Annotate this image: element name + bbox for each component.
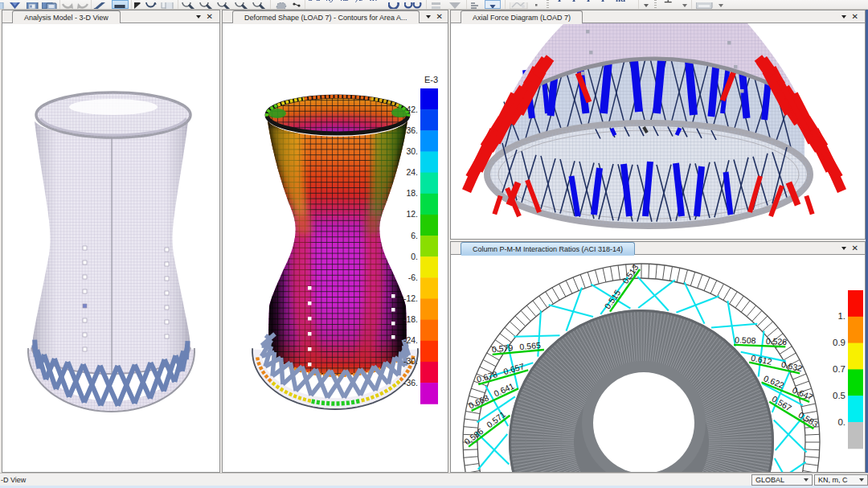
support-label: ⊥ [664,0,672,6]
legend-tick-label: -24. [403,335,418,345]
legend-tick-label: 0. [411,252,418,261]
legend-tick-label: -12. [403,293,418,303]
tab-analysis-model[interactable]: Analysis Model - 3-D View [12,10,121,23]
disabled-plot-icon[interactable] [510,0,529,9]
chevron-down-icon[interactable] [841,247,846,250]
set-display-options-icon[interactable] [447,0,463,9]
legend-color-swatch [420,341,438,363]
legend-tick-label: -36. [403,378,418,388]
small-chevron-icon[interactable] [718,0,724,9]
tab-pmm-ratios[interactable]: Column P-M-M Interaction Ratios (ACI 318… [461,242,635,255]
rotate-3d-icon[interactable] [292,0,301,9]
frame-section-label: I [558,0,562,5]
show-deformed-icon[interactable] [485,0,501,9]
undo-icon[interactable] [62,0,74,9]
close-icon[interactable]: ✕ [207,13,213,21]
model-tower-drawing [28,92,194,412]
analysis-model-viewport[interactable] [2,23,219,472]
frame-section-i3-icon[interactable]: I [587,0,597,9]
coordinate-system-select[interactable]: GLOBAL [751,474,813,486]
deformed-shape-canvas: E-342.36.30.24.18.12.6.0.-6.-12.-18.-24.… [223,23,448,472]
units-value: KN, m, C [818,476,855,484]
assign-icon[interactable] [470,0,481,9]
ratio-label-inner: 0.579 [491,342,513,354]
redo-icon[interactable] [76,0,89,9]
deformed-shape-viewport[interactable]: E-342.36.30.24.18.12.6.0.-6.-12.-18.-24.… [223,23,448,472]
legend-tick-label: 36. [406,125,418,135]
legend-color-swatch [420,383,438,404]
lock-model-button[interactable] [112,0,129,9]
ratio-label-inner: 0.508 [735,334,756,345]
nd-icon[interactable]: nd [616,0,633,9]
legend-tick-label: 24. [406,167,418,177]
support-icon[interactable]: ⊥ [664,0,677,9]
view-xy-button[interactable]: xy [326,0,339,9]
analysis-model-tabbar: Analysis Model - 3-D View ✕ [2,10,219,23]
refresh-window-icon[interactable] [145,0,157,9]
pan-icon[interactable] [274,0,289,9]
deformed-rim [267,96,409,133]
legend-tick-label: 30. [406,146,418,156]
legend-color-swatch [420,256,438,278]
small-chevron-icon[interactable] [643,0,649,9]
pmm-legend-swatch [848,343,863,370]
frame-section-label: I [587,0,591,5]
zoom-previous-icon[interactable] [217,0,231,9]
zoom-full-icon[interactable] [199,0,214,9]
view-nv-button[interactable]: nv [370,0,383,9]
pmm-viewport[interactable]: 0.5150.5130.5080.5260.6120.6320.6220.647… [451,255,865,472]
axial-force-viewport[interactable] [451,23,865,239]
pmm-tabbar: Column P-M-M Interaction Ratios (ACI 318… [451,242,865,255]
run-analysis-icon[interactable] [133,0,141,9]
zoom-in-icon[interactable] [235,0,249,9]
frame-section-i-icon[interactable]: I [558,0,568,9]
close-icon[interactable]: ✕ [852,244,858,252]
pmm-controls: ✕ [841,242,858,255]
close-icon[interactable]: ✕ [436,13,443,21]
legend-color-swatch [420,194,438,215]
chevron-down-icon[interactable] [426,15,431,18]
tower-rim [36,92,190,137]
pen-icon[interactable] [93,0,107,9]
ratio-label-outer: 0.526 [766,336,788,347]
copy-window-icon[interactable] [161,0,174,9]
chevron-down-icon[interactable] [196,15,201,18]
named-display-icon[interactable] [696,0,714,9]
toolbar-separator [59,0,60,9]
close-icon[interactable]: ✕ [852,13,858,21]
perspective-icon[interactable] [404,0,422,9]
rotate-view-icon[interactable] [388,0,401,9]
chevron-down-icon[interactable] [841,15,846,18]
legend-color-swatch [420,173,438,195]
chevron-down-icon [804,478,809,482]
pmm-drawing: 0.5150.5130.5080.5260.6120.6320.6220.647… [462,262,820,472]
main-toolbar: 3-d xy xz yz nv I I I I nd ⊥ [0,0,868,10]
tab-axial-force[interactable]: Axial Force Diagram (LOAD 7) [461,10,583,23]
model-3d-view-canvas [2,23,219,472]
pmm-canvas: 0.5150.5130.5080.5260.6120.6320.6220.647… [451,255,865,472]
legend-color-swatch [420,151,438,173]
panel-analysis-model: Analysis Model - 3-D View ✕ [2,10,220,473]
save-icon[interactable] [27,0,39,9]
zoom-out-icon[interactable] [252,0,267,9]
toolbar-grip[interactable] [654,0,657,9]
toolbar-separator [305,0,305,9]
toolbar-grip[interactable] [547,0,549,9]
view-3d-button[interactable]: 3-d [309,0,325,9]
print-icon[interactable] [42,0,57,9]
tab-deformed-shape[interactable]: Deformed Shape (LOAD 7) - Contours for A… [232,10,420,23]
frame-section-i2-icon[interactable]: I [572,0,583,9]
small-chevron-icon[interactable] [682,0,688,9]
units-select[interactable]: KN, m, C [814,474,868,486]
view-xz-button[interactable]: xz [341,0,354,9]
pmm-legend-swatch [848,369,863,396]
partial-icon[interactable] [0,0,4,9]
view-yz-button[interactable]: yz [355,0,368,9]
open-file-icon[interactable] [8,0,22,9]
object-shrink-icon[interactable] [430,0,443,9]
zoom-rubber-band-icon[interactable] [182,0,196,9]
view-3d-label: 3-d [309,0,321,2]
legend-tick-label: 18. [406,188,418,198]
frame-section-i4-icon[interactable]: I [601,0,612,9]
pmm-legend-label: 1. [837,311,845,321]
